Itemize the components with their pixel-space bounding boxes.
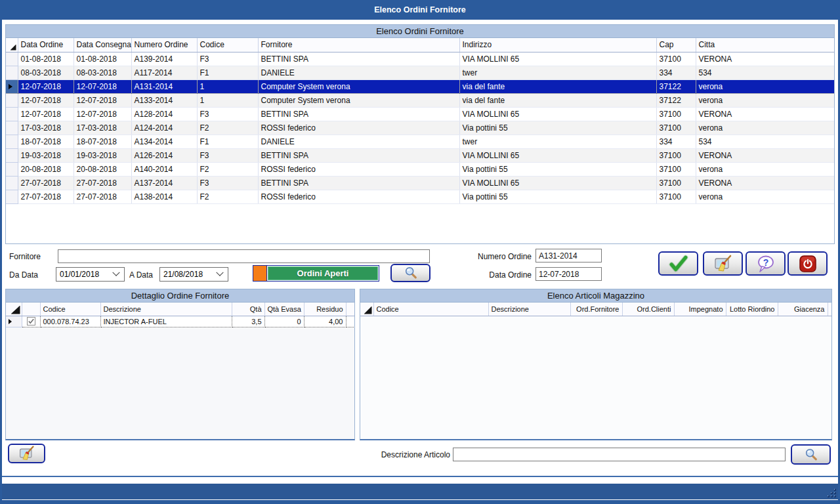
cell[interactable]: VIA MOLLINI 65 (459, 176, 656, 190)
select-all-corner[interactable] (360, 303, 373, 316)
row-header[interactable] (6, 162, 18, 176)
cell[interactable]: verona (696, 93, 834, 107)
cell[interactable]: 3,5 (232, 316, 264, 327)
cell[interactable]: 12-07-2018 (74, 93, 131, 107)
column-header[interactable]: Impegnato (674, 303, 726, 316)
cell[interactable]: A126-2014 (131, 148, 197, 162)
cell[interactable]: ROSSI federico (258, 162, 459, 176)
da-data-datepicker[interactable]: 01/01/2018 (56, 267, 125, 282)
cell[interactable]: 12-07-2018 (18, 93, 74, 107)
cell[interactable]: 0 (264, 316, 304, 327)
cell[interactable]: 01-08-2018 (18, 52, 74, 66)
cell[interactable]: Computer System verona (258, 79, 459, 93)
cell[interactable]: VIA MOLLINI 65 (459, 148, 656, 162)
cell[interactable]: A131-2014 (131, 79, 197, 93)
cell[interactable]: 27-07-2018 (74, 190, 131, 203)
column-header[interactable]: Data Consegna (74, 38, 131, 52)
cell[interactable]: A117-2014 (131, 66, 197, 79)
column-header[interactable]: Qtà (232, 303, 264, 316)
cell[interactable]: DANIELE (258, 66, 459, 79)
cell[interactable]: 01-08-2018 (74, 52, 131, 66)
cell[interactable]: VIA MOLLINI 65 (459, 52, 656, 66)
cell[interactable]: 18-07-2018 (18, 135, 74, 148)
column-header[interactable]: Data Ordine (18, 38, 74, 52)
cell[interactable]: BETTINI SPA (258, 107, 459, 121)
cell[interactable]: A138-2014 (131, 190, 197, 203)
cell[interactable]: verona (696, 79, 834, 93)
row-header[interactable] (6, 52, 18, 66)
search-article-button[interactable] (791, 444, 831, 465)
cell[interactable]: F1 (197, 135, 258, 148)
order-row[interactable]: 12-07-201812-07-2018A128-2014F3BETTINI S… (6, 107, 834, 121)
cell[interactable]: Via pottini 55 (459, 121, 656, 135)
cell[interactable]: F3 (197, 52, 258, 66)
cell[interactable]: A124-2014 (131, 121, 197, 135)
cell[interactable]: 12-07-2018 (18, 107, 74, 121)
cell[interactable]: Via pottini 55 (459, 190, 656, 203)
cell[interactable]: 19-03-2018 (74, 148, 131, 162)
row-header[interactable] (6, 135, 18, 148)
column-header[interactable]: Cap (656, 38, 696, 52)
column-header[interactable]: Descrizione (100, 303, 232, 316)
cell[interactable]: VERONA (696, 107, 834, 121)
cell[interactable]: Via pottini 55 (459, 162, 656, 176)
cell[interactable]: VERONA (696, 176, 834, 190)
search-orders-button[interactable] (390, 264, 430, 282)
cell[interactable]: A134-2014 (131, 135, 197, 148)
cell[interactable]: VIA MOLLINI 65 (459, 107, 656, 121)
column-header[interactable]: Fornitore (258, 38, 459, 52)
cell[interactable]: 17-03-2018 (74, 121, 131, 135)
cell[interactable]: BETTINI SPA (258, 52, 459, 66)
cell[interactable]: verona (696, 190, 834, 203)
current-row-indicator[interactable] (6, 316, 22, 327)
cell[interactable]: 19-03-2018 (18, 148, 74, 162)
row-header[interactable] (6, 66, 18, 79)
cell[interactable]: F3 (197, 107, 258, 121)
cell[interactable]: BETTINI SPA (258, 176, 459, 190)
column-header[interactable]: Ord.Clienti (622, 303, 674, 316)
cell[interactable]: via del fante (459, 79, 656, 93)
clean-detail-button[interactable] (8, 444, 45, 463)
cell[interactable]: 27-07-2018 (18, 190, 74, 203)
cell[interactable]: F2 (197, 121, 258, 135)
cell[interactable]: 17-03-2018 (18, 121, 74, 135)
cell[interactable]: 1 (197, 79, 258, 93)
numero-ordine-input[interactable] (536, 249, 602, 262)
cell[interactable]: 08-03-2018 (74, 66, 131, 79)
cell[interactable]: F1 (197, 66, 258, 79)
order-row[interactable]: 27-07-201827-07-2018A138-2014F2ROSSI fed… (6, 190, 834, 203)
cell[interactable]: 534 (696, 66, 834, 79)
cell[interactable]: 37100 (656, 190, 696, 203)
cell[interactable]: A137-2014 (131, 176, 197, 190)
cell[interactable]: DANIELE (258, 135, 459, 148)
cell[interactable]: 4,00 (304, 316, 346, 327)
cell[interactable]: verona (696, 162, 834, 176)
column-header[interactable]: Ord.Fornitore (570, 303, 622, 316)
cell[interactable]: F3 (197, 176, 258, 190)
column-header[interactable]: Lotto Riordino (726, 303, 778, 316)
current-row-indicator[interactable] (6, 79, 18, 93)
cell[interactable]: 37100 (656, 148, 696, 162)
cell[interactable]: 37122 (656, 93, 696, 107)
select-all-corner[interactable] (6, 303, 22, 316)
cell[interactable]: F2 (197, 162, 258, 176)
cell[interactable]: 334 (656, 135, 696, 148)
cell[interactable]: verona (696, 121, 834, 135)
resize-grip-icon[interactable] (827, 488, 837, 498)
column-header[interactable]: Descrizione (488, 303, 570, 316)
row-checkbox-cell[interactable] (22, 316, 40, 327)
cell[interactable]: BETTINI SPA (258, 148, 459, 162)
cell[interactable]: 37100 (656, 107, 696, 121)
cell[interactable]: 534 (696, 135, 834, 148)
order-row[interactable]: 12-07-201812-07-2018A131-20141Computer S… (6, 79, 834, 93)
ordini-aperti-button[interactable]: Ordini Aperti (253, 265, 379, 282)
row-header[interactable] (6, 176, 18, 190)
cell[interactable]: F2 (197, 190, 258, 203)
column-header[interactable]: Codice (373, 303, 488, 316)
order-row[interactable]: 27-07-201827-07-2018A137-2014F3BETTINI S… (6, 176, 834, 190)
select-all-corner[interactable] (6, 38, 18, 52)
row-header[interactable] (6, 121, 18, 135)
data-ordine-input[interactable] (536, 267, 602, 281)
cell[interactable]: A133-2014 (131, 93, 197, 107)
cell[interactable]: twer (459, 66, 656, 79)
